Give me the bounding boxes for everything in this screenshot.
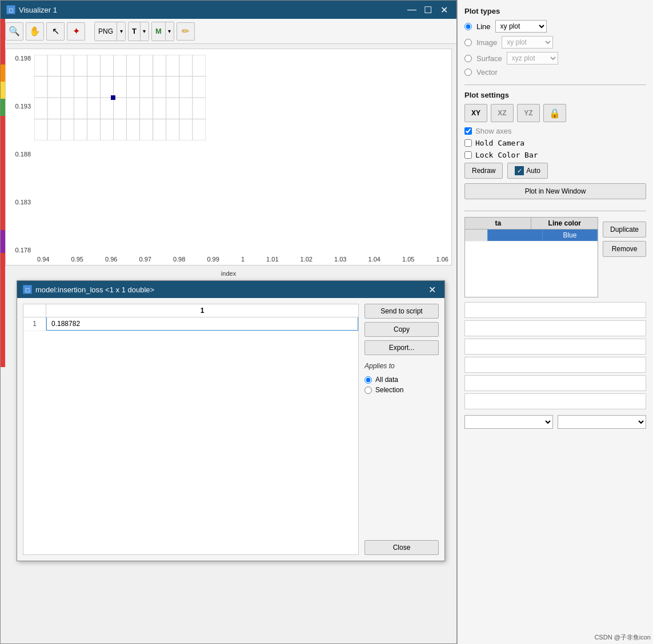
x-label-9: 1.03 — [334, 256, 346, 263]
zoom-tool-button[interactable]: 🔍 — [5, 22, 23, 41]
data-window-body: 1 1 0.188782 Send to script Copy Export.… — [17, 298, 444, 561]
marker-tool-button[interactable]: M — [152, 22, 166, 41]
data-cell-1-1[interactable]: 0.188782 — [46, 317, 358, 331]
data-window-icon: ◻ — [23, 285, 32, 294]
bottom-dropdown-left[interactable] — [464, 415, 553, 429]
additional-data-rows — [464, 302, 646, 409]
applies-all-data-radio[interactable] — [364, 376, 372, 384]
pencil-tool-button[interactable]: ✏ — [177, 22, 195, 41]
png-dropdown-button[interactable]: ▾ — [117, 22, 125, 41]
toolbar: 🔍 ✋ ↖ ✦ PNG ▾ T ▾ M ▾ ✏ — [1, 19, 456, 44]
plot-type-line-label: Line — [476, 22, 491, 31]
show-axes-checkbox[interactable] — [464, 127, 472, 135]
data-col-1-header: 1 — [46, 304, 358, 317]
show-axes-row: Show axes — [464, 127, 646, 135]
lock-button[interactable]: 🔒 — [543, 104, 566, 122]
plot-settings-title: Plot settings — [464, 91, 646, 99]
plot-type-vector-radio[interactable] — [464, 69, 472, 76]
select-tool-button[interactable]: ↖ — [46, 22, 65, 41]
x-label-10: 1.04 — [368, 256, 380, 263]
plot-new-window-button[interactable]: Plot in New Window — [464, 183, 646, 199]
data-window-title-bar: ◻ model:insertion_loss <1 x 1 double> ✕ — [17, 281, 444, 298]
plot-type-line-radio[interactable] — [464, 23, 472, 30]
yz-button[interactable]: YZ — [517, 104, 540, 122]
bottom-dropdown-right[interactable] — [558, 415, 646, 429]
plot-type-surface-select[interactable]: xyz plot — [507, 52, 558, 65]
x-label-1: 0.95 — [71, 256, 83, 263]
bottom-dropdowns — [464, 415, 646, 429]
x-label-7: 1.01 — [266, 256, 278, 263]
y-label-1: 0.193 — [7, 103, 33, 110]
minimize-button[interactable]: — — [405, 3, 419, 17]
applies-to-label: Applies to — [364, 362, 439, 370]
y-axis: 0.198 0.193 0.188 0.183 0.178 — [6, 49, 34, 253]
png-tool-group: PNG ▾ — [94, 22, 126, 41]
marker-dropdown-button[interactable]: ▾ — [166, 22, 174, 41]
plot-type-line-select[interactable]: xy plot — [495, 20, 547, 33]
main-window: ◻ Visualizer 1 — ☐ ✕ 🔍 ✋ ↖ ✦ PNG ▾ T ▾ — [0, 0, 457, 644]
window-title: Visualizer 1 — [19, 6, 57, 14]
data-window: ◻ model:insertion_loss <1 x 1 double> ✕ … — [17, 280, 445, 561]
applies-selection-item: Selection — [364, 386, 439, 394]
plot-type-surface-item: Surface xyz plot — [464, 52, 646, 65]
close-button[interactable]: ✕ — [437, 3, 451, 17]
y-label-3: 0.183 — [7, 199, 33, 206]
data-row-1[interactable]: Blue — [465, 230, 598, 242]
data-row-1-label — [465, 230, 488, 241]
plot-type-line-item: Line xy plot — [464, 20, 646, 33]
plot-type-image-label: Image — [476, 38, 497, 47]
applies-selection-label: Selection — [375, 386, 403, 394]
svg-rect-19 — [111, 95, 115, 100]
auto-checkmark-icon: ✓ — [515, 166, 524, 175]
x-axis: 0.94 0.95 0.96 0.97 0.98 0.99 1 1.01 1.0… — [34, 253, 451, 265]
data-row-1-ta — [488, 230, 543, 241]
maximize-button[interactable]: ☐ — [421, 3, 435, 17]
pan-tool-button[interactable]: ✋ — [26, 22, 44, 41]
hold-camera-checkbox[interactable] — [464, 139, 472, 147]
export-button[interactable]: Export... — [364, 340, 439, 355]
plot-type-surface-radio[interactable] — [464, 55, 472, 62]
side-panel: Plot types Line xy plot Image xy plot — [457, 0, 653, 644]
brush-tool-button[interactable]: ✦ — [67, 22, 85, 41]
plot-settings-buttons: XY XZ YZ 🔒 — [464, 104, 646, 122]
plot-type-vector-item: Vector — [464, 68, 646, 77]
redraw-button[interactable]: Redraw — [464, 163, 503, 179]
show-axes-label: Show axes — [475, 127, 512, 135]
text-dropdown-button[interactable]: ▾ — [141, 22, 149, 41]
data-window-close-button[interactable]: ✕ — [425, 283, 439, 296]
action-panel: Send to script Copy Export... Applies to… — [364, 304, 439, 555]
data-col-ta-header: ta — [465, 218, 531, 229]
lock-color-bar-row: Lock Color Bar — [464, 151, 646, 159]
data-col-linecolor-header: Line color — [531, 218, 597, 229]
data-row-1-color: Blue — [543, 230, 598, 241]
x-label-8: 1.02 — [301, 256, 313, 263]
plot-type-image-select[interactable]: xy plot — [502, 36, 553, 49]
png-label: PNG — [98, 27, 113, 35]
data-row-1-num: 1 — [23, 317, 46, 331]
applies-all-data-label: All data — [375, 376, 398, 384]
hold-camera-label: Hold Camera — [475, 139, 524, 147]
x-label-0: 0.94 — [37, 256, 49, 263]
plot-types-title: Plot types — [464, 7, 646, 15]
copy-button[interactable]: Copy — [364, 322, 439, 337]
xy-button[interactable]: XY — [464, 104, 487, 122]
watermark: CSDN @子非鱼icon — [594, 633, 651, 642]
plot-type-image-radio[interactable] — [464, 39, 472, 46]
send-to-script-button[interactable]: Send to script — [364, 304, 439, 319]
remove-button[interactable]: Remove — [603, 241, 646, 257]
x-label-4: 0.98 — [173, 256, 185, 263]
title-bar: ◻ Visualizer 1 — ☐ ✕ — [1, 1, 456, 19]
text-label: T — [132, 27, 137, 35]
text-tool-button[interactable]: T — [129, 22, 141, 41]
lock-color-bar-checkbox[interactable] — [464, 151, 472, 159]
applies-selection-radio[interactable] — [364, 387, 372, 394]
divider-1 — [464, 84, 646, 85]
duplicate-button[interactable]: Duplicate — [603, 222, 646, 238]
png-tool-button[interactable]: PNG — [95, 22, 117, 41]
xz-button[interactable]: XZ — [491, 104, 514, 122]
close-data-window-button[interactable]: Close — [364, 540, 439, 555]
applies-to-radio-group: All data Selection — [364, 376, 439, 394]
y-label-0: 0.198 — [7, 55, 33, 62]
data-table-body: Blue — [464, 229, 598, 297]
y-label-4: 0.178 — [7, 247, 33, 253]
